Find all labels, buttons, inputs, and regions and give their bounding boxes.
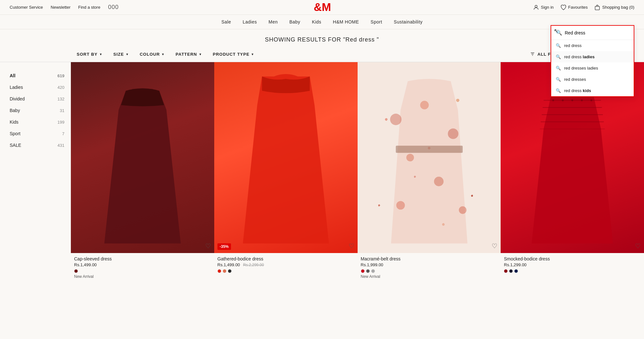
product-card[interactable]: ♡ Cap-sleeved dress Rs.1,499.00 New Arri…: [71, 62, 214, 285]
favourite-button[interactable]: ♡: [635, 242, 641, 250]
sidebar-item-baby[interactable]: Baby 31: [10, 105, 64, 116]
sidebar-item-divided[interactable]: Divided 132: [10, 93, 64, 105]
product-image-container: ♡: [358, 62, 501, 253]
color-swatch[interactable]: [504, 269, 508, 273]
product-info: Gathered-bodice dress Rs.1,499.00 Rs.2,2…: [214, 253, 358, 273]
product-image: [214, 62, 358, 253]
product-image: [358, 62, 501, 253]
search-suggestion-3[interactable]: 🔍 red dresses ladies: [551, 62, 634, 74]
search-suggestion-5[interactable]: 🔍 red dress kids: [551, 85, 634, 96]
svg-point-20: [562, 99, 564, 101]
filter-icon: [530, 52, 535, 57]
search-input[interactable]: [565, 30, 629, 35]
search-suggestion-2[interactable]: 🔍 red dress ladies: [551, 51, 634, 62]
sidebar-item-sport[interactable]: Sport 7: [10, 128, 64, 139]
sidebar-item-sale[interactable]: SALE 431: [10, 139, 64, 151]
product-price: Rs.1,499.00: [74, 262, 211, 267]
search-dropdown: 🔍 🔍 red dress 🔍 red dress ladies 🔍 red d…: [551, 25, 634, 97]
product-type-button[interactable]: PRODUCT TYPE ▾: [207, 49, 260, 59]
product-colors: [504, 269, 641, 273]
logo[interactable]: &M: [312, 0, 332, 14]
product-tag: New Arrival: [361, 274, 498, 279]
favourites-link[interactable]: Favourites: [560, 4, 588, 11]
svg-point-10: [434, 177, 444, 186]
color-swatch[interactable]: [371, 269, 375, 273]
product-name: Cap-sleeved dress: [74, 256, 211, 261]
product-card[interactable]: ♡ Macramé-belt dress Rs.1,999.00 New Arr…: [358, 62, 501, 285]
suggestion-search-icon: 🔍: [556, 77, 561, 82]
nav-kids[interactable]: Kids: [312, 19, 321, 24]
customer-service-link[interactable]: Customer Service: [10, 5, 43, 10]
product-image-container: -35% ♡: [214, 62, 358, 253]
svg-point-23: [591, 99, 592, 101]
shopping-bag-link[interactable]: Shopping bag (0): [594, 4, 634, 11]
colour-chevron-icon: ▾: [162, 52, 164, 56]
search-suggestion-1[interactable]: 🔍 red dress: [551, 40, 634, 51]
product-info: Smocked-bodice dress Rs.1,299.00: [501, 253, 644, 273]
discount-badge: -35%: [217, 243, 231, 250]
color-swatch[interactable]: [366, 269, 370, 273]
favourite-button[interactable]: ♡: [205, 242, 211, 250]
colour-button[interactable]: COLOUR ▾: [134, 49, 170, 59]
color-swatch[interactable]: [223, 269, 226, 273]
svg-point-12: [459, 206, 466, 214]
size-button[interactable]: SIZE ▾: [108, 49, 134, 59]
suggestion-search-icon: 🔍: [556, 43, 561, 48]
main-content: All 619 Ladies 420 Divided 132 Baby 31 K…: [0, 62, 644, 285]
nav-men[interactable]: Men: [268, 19, 278, 24]
svg-point-21: [572, 99, 573, 101]
sign-in-link[interactable]: Sign in: [533, 4, 554, 11]
sidebar-item-ladies[interactable]: Ladies 420: [10, 81, 64, 93]
svg-point-11: [396, 201, 405, 210]
product-name: Macramé-belt dress: [361, 256, 498, 261]
nav-baby[interactable]: Baby: [289, 19, 300, 24]
sidebar-item-kids[interactable]: Kids 199: [10, 116, 64, 128]
nav-sale[interactable]: Sale: [221, 19, 231, 24]
product-name: Smocked-bodice dress: [504, 256, 641, 261]
sidebar-item-all[interactable]: All 619: [10, 70, 64, 81]
product-info: Cap-sleeved dress Rs.1,499.00 New Arriva…: [71, 253, 214, 279]
newsletter-link[interactable]: Newsletter: [51, 5, 70, 10]
product-info: Macramé-belt dress Rs.1,999.00 New Arriv…: [358, 253, 501, 279]
bag-icon: [594, 4, 601, 11]
user-icon: [533, 4, 539, 11]
search-query: "Red dress ": [343, 36, 379, 43]
product-card[interactable]: -35% ♡ Gathered-bodice dress Rs.1,499.00…: [214, 62, 358, 285]
nav-ladies[interactable]: Ladies: [243, 19, 257, 24]
product-colors: [361, 269, 498, 273]
top-bar-left: Customer Service Newsletter Find a store…: [10, 4, 119, 11]
favourite-button[interactable]: ♡: [492, 242, 497, 250]
search-suggestion-4[interactable]: 🔍 red dresses: [551, 74, 634, 85]
sort-chevron-icon: ▾: [100, 52, 102, 56]
svg-rect-13: [396, 146, 463, 153]
nav-sustainability[interactable]: Sustainability: [394, 19, 423, 24]
svg-point-9: [406, 154, 414, 162]
product-image: [71, 62, 214, 253]
product-colors: [74, 269, 211, 273]
favourite-button[interactable]: ♡: [349, 242, 354, 250]
main-nav: Sale Ladies Men Baby Kids H&M HOME Sport…: [0, 15, 644, 29]
suggestion-search-icon: 🔍: [556, 66, 561, 71]
nav-sport[interactable]: Sport: [370, 19, 382, 24]
color-swatch[interactable]: [514, 269, 518, 273]
color-swatch[interactable]: [361, 269, 365, 273]
sidebar: All 619 Ladies 420 Divided 132 Baby 31 K…: [0, 62, 71, 285]
color-swatch[interactable]: [217, 269, 221, 273]
suggestion-search-icon: 🔍: [556, 54, 561, 59]
pattern-button[interactable]: PATTERN ▾: [170, 49, 207, 59]
top-bar: Customer Service Newsletter Find a store…: [0, 0, 644, 15]
color-swatch[interactable]: [74, 269, 78, 273]
filter-bar: SORT BY ▾ SIZE ▾ COLOUR ▾ PATTERN ▾ PROD…: [0, 46, 644, 62]
find-store-link[interactable]: Find a store: [78, 5, 101, 10]
product-tag: New Arrival: [74, 274, 211, 279]
sort-by-button[interactable]: SORT BY ▾: [71, 49, 108, 59]
color-swatch[interactable]: [509, 269, 513, 273]
product-price: Rs.1,999.00: [361, 262, 498, 267]
svg-point-8: [448, 128, 458, 139]
more-options[interactable]: 000: [108, 4, 119, 11]
product-image-container: ♡: [71, 62, 214, 253]
color-swatch[interactable]: [228, 269, 232, 273]
svg-point-6: [390, 114, 401, 125]
nav-home[interactable]: H&M HOME: [333, 19, 359, 24]
heart-icon: [560, 4, 567, 11]
